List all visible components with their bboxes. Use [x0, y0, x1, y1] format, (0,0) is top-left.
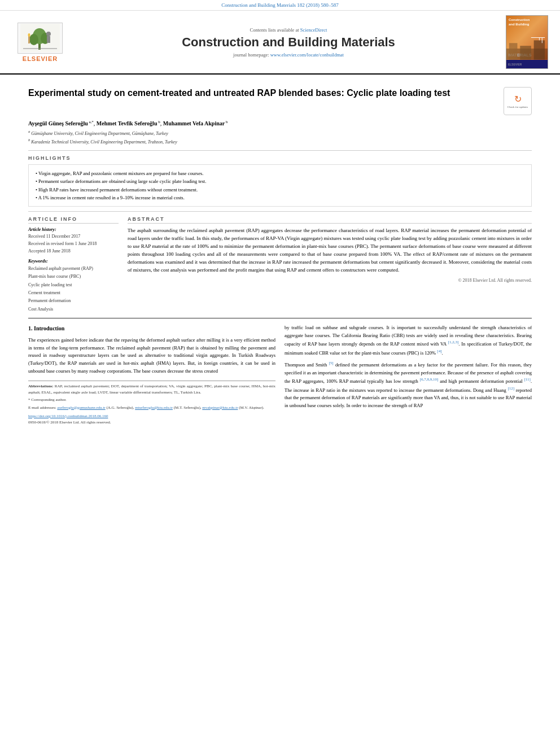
svg-rect-12 [520, 46, 531, 59]
authors-line: Ayşegül Güneş Seferoğlu a,*, Mehmet Tevf… [28, 120, 532, 126]
issn-line: 0950-0618/© 2018 Elsevier Ltd. All right… [28, 420, 275, 426]
article-title-section: Experimental study on cement-treated and… [28, 87, 532, 115]
svg-rect-11 [509, 43, 518, 59]
highlights-box: Virgin aggregate, RAP and pozzolanic cem… [28, 164, 532, 207]
abstract-label: ABSTRACT [128, 216, 532, 224]
cover-title: Construction and Building [509, 18, 545, 27]
svg-point-8 [28, 33, 30, 37]
affiliation-a: a Gümüşhane University, Civil Engineerin… [28, 129, 532, 137]
body-left-col: 1. Introduction The experiences gained b… [28, 324, 275, 426]
intro-paragraph-3: Thompson and Smith [5] defined the perma… [285, 360, 532, 409]
abstract-copyright: © 2018 Elsevier Ltd. All rights reserved… [128, 278, 532, 283]
sciencedirect-link[interactable]: ScienceDirect [300, 27, 327, 33]
keyword-3: Cyclic plate loading test [28, 281, 119, 289]
svg-point-3 [29, 34, 38, 45]
elsevier-logo: ELSEVIER [9, 23, 71, 62]
abstract-text: The asphalt surrounding the reclaimed as… [128, 227, 532, 274]
email-line: E-mail addresses: aseferoglu@gumushane.e… [28, 405, 275, 411]
highlights-section: HIGHLIGHTS Virgin aggregate, RAP and poz… [28, 155, 532, 207]
journal-citation-bar: Construction and Building Materials 182 … [0, 0, 560, 11]
check-updates-label: Check for updates [508, 106, 528, 108]
check-updates-icon: ↻ [514, 94, 522, 104]
article-title-container: Experimental study on cement-treated and… [28, 87, 498, 99]
accepted-date: Accepted 18 June 2018 [28, 248, 119, 255]
elsevier-logo-image [18, 23, 63, 54]
svg-rect-6 [47, 36, 50, 43]
elsevier-wordmark: ELSEVIER [23, 55, 58, 62]
author-1-name: Ayşegül Güneş Seferoğlu [28, 120, 88, 126]
affiliations: a Gümüşhane University, Civil Engineerin… [28, 129, 532, 145]
author-1-sup: a,* [88, 120, 94, 124]
article-info-abstract-section: ARTICLE INFO Article history: Received 1… [28, 216, 532, 313]
doi-line: https://doi.org/10.1016/j.conbuildmat.20… [28, 413, 275, 420]
abbreviations-line: Abbreviations: RAP, reclaimed asphalt pa… [28, 383, 275, 396]
keywords-list: Reclaimed asphalt pavement (RAP) Plant-m… [28, 265, 119, 313]
keyword-6: Cost Analysis [28, 305, 119, 313]
check-updates-badge: ↻ Check for updates [504, 87, 532, 115]
highlights-label: HIGHLIGHTS [28, 155, 532, 161]
journal-homepage-link[interactable]: www.elsevier.com/locate/conbuildmat [270, 52, 344, 58]
keyword-5: Permanent deformation [28, 297, 119, 305]
cover-image: Construction and Building MATERIALS ELSE… [506, 15, 548, 69]
cover-elsevier-small: ELSEVIER [508, 63, 522, 66]
affiliation-b: b Karadeniz Technical University, Civil … [28, 137, 532, 146]
divider-1 [28, 150, 532, 151]
doi-link[interactable]: https://doi.org/10.1016/j.conbuildmat.20… [28, 414, 108, 418]
intro-paragraph-1: The experiences gained before indicate t… [28, 337, 275, 375]
footnote-section: Abbreviations: RAP, reclaimed asphalt pa… [28, 381, 275, 426]
journal-header-center: Contents lists available at ScienceDirec… [71, 27, 506, 58]
divider-2 [28, 211, 532, 212]
highlight-2: Permanent surface deformations are obtai… [36, 177, 524, 185]
highlight-1: Virgin aggregate, RAP and pozzolanic cem… [36, 169, 524, 177]
cover-bottom-bar: ELSEVIER [506, 60, 548, 68]
author-2-sup: b [157, 120, 160, 124]
corresponding-line: * Corresponding author. [28, 397, 275, 403]
main-content: Experimental study on cement-treated and… [0, 75, 560, 431]
email-1[interactable]: aseferoglu@gumushane.edu.tr [57, 405, 105, 410]
journal-citation-text: Construction and Building Materials 182 … [221, 2, 338, 8]
svg-point-5 [46, 32, 51, 36]
journal-cover-thumbnail: Construction and Building MATERIALS ELSE… [506, 15, 551, 69]
article-history-title: Article history: [28, 227, 119, 232]
keyword-1: Reclaimed asphalt pavement (RAP) [28, 265, 119, 273]
body-right-col: by traffic load on subbase and subgrade … [285, 324, 532, 426]
sciencedirect-line: Contents lists available at ScienceDirec… [77, 27, 500, 33]
author-3-name: Muhammet Vefa Akpinar [163, 120, 225, 126]
highlight-3: High RAP rates have increased permanent … [36, 186, 524, 194]
svg-rect-13 [534, 40, 545, 59]
abstract-col: ABSTRACT The asphalt surrounding the rec… [128, 216, 532, 313]
revised-date: Received in revised form 1 June 2018 [28, 241, 119, 248]
article-info-col: ARTICLE INFO Article history: Received 1… [28, 216, 119, 313]
keyword-4: Cement treatment [28, 289, 119, 297]
body-two-col: 1. Introduction The experiences gained b… [28, 324, 532, 426]
received-date: Received 11 December 2017 [28, 233, 119, 241]
journal-title: Construction and Building Materials [77, 35, 500, 50]
intro-section-title: 1. Introduction [28, 324, 275, 333]
elsevier-logo-area: ELSEVIER [9, 23, 71, 62]
keywords-title: Keywords: [28, 259, 119, 264]
email-3[interactable]: mvakpinar@ktu.edu.tr [202, 405, 238, 410]
article-title: Experimental study on cement-treated and… [28, 87, 498, 99]
email-2[interactable]: mtseferoglu@ktu.edu.tr [135, 405, 173, 410]
intro-paragraph-2: by traffic load on subbase and subgrade … [285, 324, 532, 357]
keyword-2: Plant-mix base course (PBC) [28, 273, 119, 281]
journal-homepage-line: journal homepage: www.elsevier.com/locat… [77, 52, 500, 58]
author-3-sup: b [225, 120, 228, 124]
journal-header: ELSEVIER Contents lists available at Sci… [0, 11, 560, 75]
highlight-4: A 1% increase in cement rate resulted in… [36, 194, 524, 202]
article-info-label: ARTICLE INFO [28, 216, 119, 224]
author-2-name: Mehmet Tevfik Seferoğlu [97, 120, 158, 126]
divider-3 [28, 318, 532, 318]
